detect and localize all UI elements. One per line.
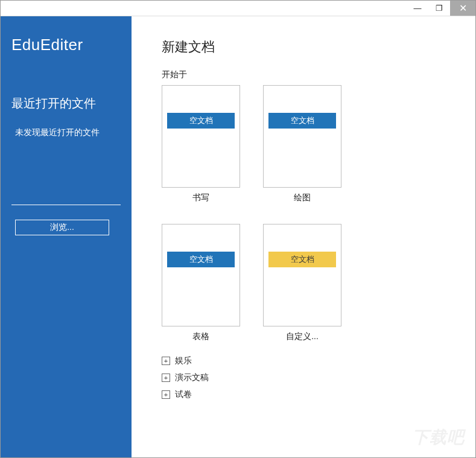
category-entertainment[interactable]: + 娱乐 xyxy=(162,355,475,366)
template-grid: 空文档 书写 空文档 绘图 空文档 表格 xyxy=(162,85,391,342)
template-band: 空文档 xyxy=(268,113,336,129)
recent-files-empty: 未发现最近打开的文件 xyxy=(11,127,121,138)
watermark: 下载吧 xyxy=(412,426,465,449)
main-panel: 新建文档 开始于 空文档 书写 空文档 绘图 空文档 xyxy=(132,16,475,457)
category-label: 演示文稿 xyxy=(175,372,209,383)
template-draw: 空文档 绘图 xyxy=(263,85,341,203)
browse-button[interactable]: 浏览... xyxy=(15,220,109,235)
start-label: 开始于 xyxy=(162,69,475,80)
minimize-button[interactable]: — xyxy=(407,1,428,16)
content-body: EduEditer 最近打开的文件 未发现最近打开的文件 浏览... 新建文档 … xyxy=(1,16,475,457)
template-table: 空文档 表格 xyxy=(162,224,240,342)
template-band: 空文档 xyxy=(167,113,235,129)
page-title: 新建文档 xyxy=(162,38,475,56)
minimize-icon: — xyxy=(414,4,422,13)
sidebar-divider xyxy=(11,205,121,205)
plus-icon: + xyxy=(162,374,170,382)
maximize-button[interactable]: ❐ xyxy=(428,1,450,16)
template-box-table[interactable]: 空文档 xyxy=(162,224,240,326)
template-box-custom[interactable]: 空文档 xyxy=(263,224,341,326)
recent-files-title: 最近打开的文件 xyxy=(11,95,121,112)
template-band: 空文档 xyxy=(268,252,336,267)
close-icon: ✕ xyxy=(459,2,467,14)
category-exam[interactable]: + 试卷 xyxy=(162,389,475,400)
category-label: 试卷 xyxy=(175,389,192,400)
template-write: 空文档 书写 xyxy=(162,85,240,203)
template-band: 空文档 xyxy=(167,252,235,267)
category-presentation[interactable]: + 演示文稿 xyxy=(162,372,475,383)
template-label: 自定义... xyxy=(286,331,319,342)
template-label: 表格 xyxy=(192,331,209,342)
template-box-write[interactable]: 空文档 xyxy=(162,85,240,188)
template-label: 绘图 xyxy=(294,192,311,203)
template-box-draw[interactable]: 空文档 xyxy=(263,85,341,188)
plus-icon: + xyxy=(162,357,170,365)
titlebar[interactable]: — ❐ ✕ xyxy=(1,1,475,16)
close-button[interactable]: ✕ xyxy=(450,1,475,16)
category-label: 娱乐 xyxy=(175,355,192,366)
app-window: — ❐ ✕ EduEditer 最近打开的文件 未发现最近打开的文件 浏览...… xyxy=(0,0,476,458)
app-title: EduEditer xyxy=(11,36,121,54)
plus-icon: + xyxy=(162,390,170,399)
category-list: + 娱乐 + 演示文稿 + 试卷 xyxy=(162,355,475,400)
template-label: 书写 xyxy=(192,192,209,203)
sidebar: EduEditer 最近打开的文件 未发现最近打开的文件 浏览... xyxy=(1,16,132,457)
maximize-icon: ❐ xyxy=(436,4,443,13)
template-custom: 空文档 自定义... xyxy=(263,224,341,342)
